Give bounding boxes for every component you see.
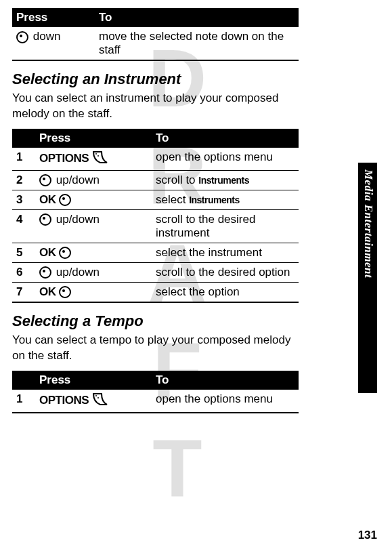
cell-num: 6	[12, 262, 35, 282]
cell-to: open the options menu	[152, 148, 299, 171]
cell-to: move the selected note down on the staff	[95, 27, 299, 60]
to-bold: Instruments	[189, 194, 240, 205]
table-row: 5 OK select the instrument	[12, 243, 299, 262]
table-row: 7 OK select the option	[12, 282, 299, 302]
cell-press: OK	[35, 243, 152, 262]
to-bold: Instruments	[198, 175, 249, 186]
cell-to: scroll to the desired option	[152, 262, 299, 282]
dial-icon	[39, 174, 51, 186]
table-press-to-2: Press To 1 OPTIONS open the options menu…	[12, 129, 299, 303]
dial-icon	[59, 194, 71, 206]
cell-press: down	[12, 27, 95, 60]
press-label: up/down	[56, 266, 100, 279]
cell-press: up/down	[35, 209, 152, 243]
table-row: 2 up/down scroll to Instruments	[12, 170, 299, 190]
cell-num: 3	[12, 190, 35, 209]
svg-point-0	[95, 153, 97, 155]
press-bold: OK	[39, 285, 56, 298]
col-blank	[12, 129, 35, 148]
cell-to: scroll to Instruments	[152, 170, 299, 190]
page-number: 131	[358, 529, 377, 542]
col-to: To	[95, 8, 299, 27]
col-to: To	[152, 371, 299, 390]
softkey-icon	[92, 150, 110, 167]
to-prefix: scroll to	[156, 173, 198, 186]
col-press: Press	[35, 129, 152, 148]
table-row: 3 OK select Instruments	[12, 190, 299, 209]
body-selecting-tempo: You can select a tempo to play your comp…	[12, 333, 299, 364]
svg-point-1	[97, 155, 99, 157]
cell-num: 7	[12, 282, 35, 302]
cell-press: up/down	[35, 170, 152, 190]
cell-press: up/down	[35, 262, 152, 282]
press-bold: OPTIONS	[39, 394, 89, 407]
heading-selecting-tempo: Selecting a Tempo	[12, 312, 299, 330]
cell-press: OK	[35, 282, 152, 302]
dial-icon	[59, 286, 71, 298]
col-blank	[12, 371, 35, 390]
body-selecting-instrument: You can select an instrument to play you…	[12, 91, 299, 122]
table-row: 1 OPTIONS open the options menu	[12, 390, 299, 413]
cell-press: OK	[35, 190, 152, 209]
table-row: 6 up/down scroll to the desired option	[12, 262, 299, 282]
press-bold: OK	[39, 246, 56, 259]
table-row: down move the selected note down on the …	[12, 27, 299, 60]
dial-icon	[59, 247, 71, 259]
table-row: 1 OPTIONS open the options menu	[12, 148, 299, 171]
dial-icon	[39, 213, 51, 226]
col-press: Press	[35, 371, 152, 390]
press-bold: OK	[39, 193, 56, 206]
press-label: up/down	[56, 173, 100, 186]
cell-to: select the option	[152, 282, 299, 302]
side-tab-label: Media Entertainment	[362, 169, 375, 278]
table-header-row: Press To	[12, 371, 299, 390]
svg-point-3	[97, 397, 99, 398]
heading-selecting-instrument: Selecting an Instrument	[12, 70, 299, 88]
col-to: To	[152, 129, 299, 148]
cell-to: scroll to the desired instrument	[152, 209, 299, 243]
press-label: up/down	[56, 213, 100, 226]
dial-icon	[39, 266, 51, 279]
cell-num: 1	[12, 390, 35, 413]
cell-to: select Instruments	[152, 190, 299, 209]
cell-press: OPTIONS	[35, 390, 152, 413]
press-label: down	[33, 30, 61, 43]
cell-num: 4	[12, 209, 35, 243]
cell-num: 5	[12, 243, 35, 262]
table-header-row: Press To	[12, 129, 299, 148]
table-row: 4 up/down scroll to the desired instrume…	[12, 209, 299, 243]
cell-num: 2	[12, 170, 35, 190]
svg-point-2	[95, 395, 97, 396]
to-prefix: select	[156, 193, 189, 206]
table-header-row: Press To	[12, 8, 299, 27]
press-bold: OPTIONS	[39, 152, 89, 165]
cell-to: open the options menu	[152, 390, 299, 413]
page-content: Press To down move the selected note dow…	[0, 0, 339, 413]
cell-num: 1	[12, 148, 35, 171]
col-press: Press	[12, 8, 95, 27]
dial-icon	[16, 31, 28, 43]
cell-press: OPTIONS	[35, 148, 152, 171]
softkey-icon	[92, 392, 110, 409]
table-press-to-1: Press To down move the selected note dow…	[12, 8, 299, 61]
table-press-to-3: Press To 1 OPTIONS open the options menu	[12, 371, 299, 413]
cell-to: select the instrument	[152, 243, 299, 262]
